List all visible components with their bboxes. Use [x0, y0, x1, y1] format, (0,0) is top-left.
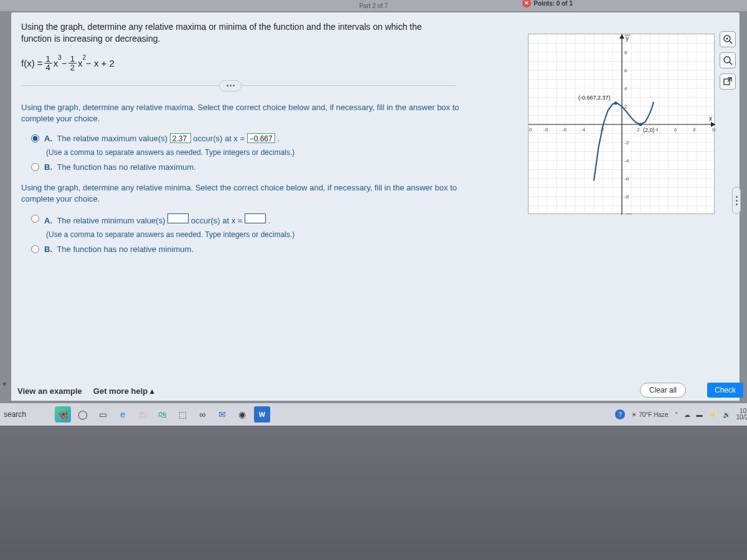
collapse-caret-icon[interactable]: ▾ — [2, 380, 6, 388]
section-divider — [21, 85, 457, 86]
graph-tools — [720, 31, 736, 90]
app-icon-2[interactable]: ∞ — [194, 406, 210, 422]
q2-radio-a[interactable] — [31, 215, 39, 223]
tray-volume-icon[interactable]: 🔊 — [723, 411, 730, 418]
question-prompt: Using the graph, determine any relative … — [21, 21, 457, 45]
tray-clock[interactable]: 10:10/2 — [736, 408, 747, 421]
ellipsis-icon[interactable] — [219, 80, 242, 91]
svg-text:8: 8 — [624, 50, 627, 55]
word-icon[interactable]: W — [254, 406, 270, 422]
svg-point-70 — [639, 123, 642, 126]
function-graph: yx-10-8-6-4-2246810-10-8-6-4-2246810(-0.… — [529, 34, 715, 215]
svg-text:6: 6 — [674, 127, 677, 133]
tray-onedrive-icon[interactable]: ☁ — [684, 411, 690, 418]
svg-line-76 — [730, 62, 732, 65]
q2-answer-value[interactable] — [167, 213, 189, 223]
q1-option-a[interactable]: A. The relative maximum value(s) 2.37 oc… — [31, 133, 469, 144]
close-icon: ✕ — [522, 0, 531, 7]
question-panel: Using the graph, determine any relative … — [11, 12, 740, 383]
q2-option-a[interactable]: A. The relative minimum value(s) occur(s… — [31, 213, 469, 226]
q1-optA-period: . — [277, 134, 280, 143]
q2-answer-x[interactable] — [245, 213, 266, 223]
fraction-2: 1 2 — [68, 55, 77, 72]
q1-optA-label: A. — [44, 134, 52, 143]
svg-text:x: x — [709, 115, 712, 122]
cortana-icon[interactable]: ◯ — [75, 406, 91, 422]
popout-icon[interactable] — [720, 73, 736, 90]
fraction-1: 1 4 — [44, 55, 52, 72]
weather-widget[interactable]: ☀ 70°F Haze — [631, 411, 668, 418]
view-example-link[interactable]: View an example — [17, 386, 82, 396]
check-answer-button[interactable]: Check — [707, 383, 743, 398]
q1-radio-a[interactable] — [31, 134, 39, 142]
minus1: − — [62, 58, 67, 68]
q2-hint: (Use a comma to separate answers as need… — [31, 230, 469, 239]
desk-surface — [0, 426, 747, 560]
taskbar-search-label[interactable]: search — [4, 410, 26, 419]
q2-option-b[interactable]: B. The function has no relative minimum. — [31, 244, 469, 255]
help-icon[interactable]: ? — [615, 409, 625, 419]
formula-lead: f(x) = — [21, 58, 43, 68]
svg-text:-2: -2 — [624, 140, 629, 146]
taskbar-app-icon[interactable]: 🦋 — [55, 406, 71, 422]
svg-text:10: 10 — [712, 127, 715, 133]
svg-text:-8: -8 — [624, 194, 629, 200]
svg-text:(2,0): (2,0) — [643, 127, 655, 133]
svg-text:8: 8 — [693, 127, 696, 133]
svg-text:-10: -10 — [529, 127, 532, 133]
q2-optA-period: . — [268, 216, 271, 225]
svg-point-75 — [724, 57, 730, 63]
chrome-icon[interactable]: ◉ — [234, 406, 250, 422]
svg-text:-6: -6 — [562, 127, 567, 133]
tray-caret-icon[interactable]: ˄ — [675, 411, 678, 418]
q2-optA-mid: occur(s) at x = — [191, 216, 245, 225]
q2-optA-label: A. — [44, 216, 52, 225]
term1: x3 — [54, 57, 62, 68]
q1-optA-mid: occur(s) at x = — [193, 134, 247, 143]
svg-text:-10: -10 — [624, 212, 632, 215]
tray-battery-icon[interactable]: ▬ — [697, 411, 703, 418]
clear-all-button[interactable]: Clear all — [640, 383, 686, 398]
svg-text:(-0.667,2.37): (-0.667,2.37) — [578, 95, 611, 101]
svg-line-74 — [730, 41, 732, 44]
q1-answer-value[interactable]: 2.37 — [170, 133, 191, 143]
q1-hint: (Use a comma to separate answers as need… — [31, 148, 469, 157]
svg-text:4: 4 — [655, 127, 659, 133]
svg-text:4: 4 — [624, 86, 627, 91]
task-view-icon[interactable]: ▭ — [95, 406, 111, 422]
svg-text:6: 6 — [624, 68, 627, 73]
svg-text:-6: -6 — [624, 176, 629, 182]
svg-text:2: 2 — [637, 127, 640, 133]
svg-text:2: 2 — [624, 104, 627, 110]
q1-answer-x[interactable]: −0.667 — [247, 133, 275, 143]
q2-optB-text: The function has no relative minimum. — [57, 245, 194, 254]
part-label: Part 2 of 7 — [359, 2, 388, 9]
vertical-ellipsis-icon[interactable] — [732, 187, 741, 214]
zoom-target-icon[interactable] — [720, 31, 736, 47]
svg-point-73 — [726, 38, 728, 40]
points-label: Points: 0 of 1 — [533, 0, 573, 7]
graph-panel: yx-10-8-6-4-2246810-10-8-6-4-2246810(-0.… — [528, 34, 715, 214]
file-explorer-icon[interactable]: 🗀 — [134, 406, 151, 422]
q2-instruction: Using the graph, determine any relative … — [21, 182, 469, 205]
svg-marker-45 — [619, 34, 624, 39]
mail-icon[interactable]: ✉ — [214, 406, 230, 422]
svg-text:-8: -8 — [543, 127, 548, 133]
svg-rect-77 — [724, 79, 730, 85]
q2-optA-pre: The relative minimum value(s) — [57, 216, 167, 225]
prompt-line1: Using the graph, determine any relative … — [21, 22, 422, 32]
q1-option-b[interactable]: B. The function has no relative maximum. — [31, 162, 469, 173]
get-help-link[interactable]: Get more help ▴ — [93, 386, 154, 396]
store-icon[interactable]: 🛍 — [154, 406, 171, 422]
svg-point-68 — [614, 101, 617, 105]
app-icon-1[interactable]: ⬚ — [174, 406, 190, 422]
footer-bar: View an example Get more help ▴ Clear al… — [11, 381, 740, 401]
edge-icon[interactable]: e — [115, 406, 131, 422]
q1-instruction: Using the graph, determine any relative … — [21, 102, 469, 124]
tray-wifi-icon[interactable]: ⚡ — [709, 411, 716, 418]
q2-optB-label: B. — [44, 245, 52, 254]
q2-radio-b[interactable] — [31, 245, 39, 253]
q1-radio-b[interactable] — [31, 163, 39, 171]
svg-text:-4: -4 — [581, 127, 586, 133]
zoom-icon[interactable] — [720, 52, 736, 68]
